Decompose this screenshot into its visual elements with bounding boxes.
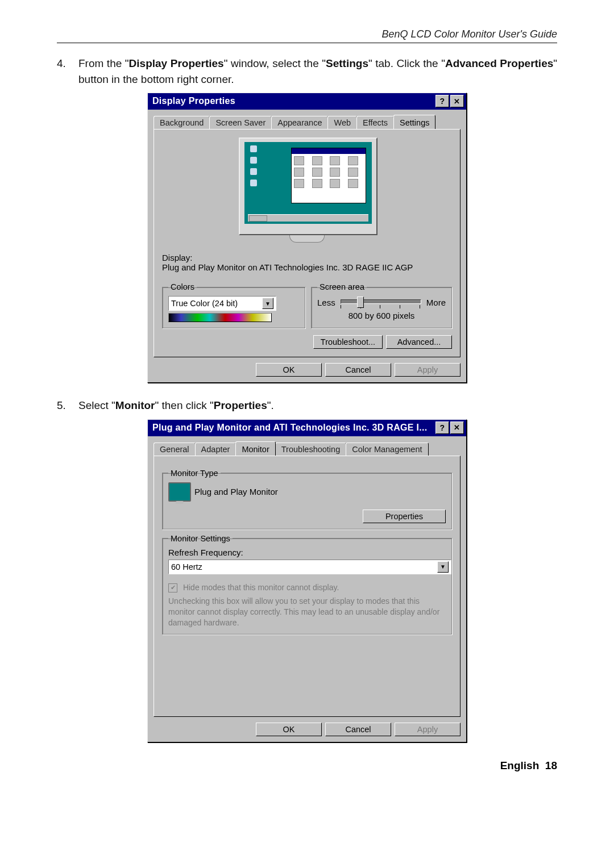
cancel-button[interactable]: Cancel <box>325 363 391 377</box>
slider-thumb-icon <box>357 297 364 308</box>
apply-button[interactable]: Apply <box>395 363 460 377</box>
step-number: 4. <box>57 56 78 72</box>
tab-background[interactable]: Background <box>154 116 210 130</box>
t-bold: Settings <box>326 57 368 69</box>
tab-general[interactable]: General <box>154 443 196 456</box>
close-button[interactable]: ✕ <box>450 422 464 434</box>
monitor-settings-legend: Monitor Settings <box>168 534 233 543</box>
screen-area-slider[interactable] <box>341 299 421 304</box>
ok-button[interactable]: OK <box>256 723 322 736</box>
hide-modes-row: ✔ Hide modes that this monitor cannot di… <box>168 582 446 593</box>
refresh-label: Refresh Frequency: <box>168 548 446 557</box>
step-text: From the "Display Properties" window, se… <box>78 56 557 87</box>
cancel-button[interactable]: Cancel <box>325 723 391 736</box>
monitor-name: Plug and Play Monitor <box>194 487 278 496</box>
tab-settings[interactable]: Settings <box>393 115 435 131</box>
monitor-screen-icon <box>239 137 377 235</box>
settings-panel: Display: Plug and Play Monitor on ATI Te… <box>154 129 460 357</box>
step-number: 5. <box>57 398 78 414</box>
chevron-down-icon: ▼ <box>437 561 449 573</box>
step-5: 5. Select "Monitor" then click "Properti… <box>57 398 557 414</box>
t-bold: Advanced Properties <box>445 57 553 69</box>
t: ". <box>267 399 274 411</box>
monitor-type-legend: Monitor Type <box>168 469 221 478</box>
help-button[interactable]: ? <box>435 95 449 107</box>
step-4: 4. From the "Display Properties" window,… <box>57 56 557 87</box>
t-bold: Monitor <box>115 399 155 411</box>
ok-button[interactable]: OK <box>256 363 322 377</box>
colors-value: True Color (24 bit) <box>171 299 238 308</box>
divider <box>57 43 557 43</box>
dialog-display-properties: Display Properties ? ✕ Background Screen… <box>147 93 467 383</box>
properties-button[interactable]: Properties <box>363 510 446 523</box>
less-label: Less <box>317 298 335 307</box>
tab-web[interactable]: Web <box>327 116 357 130</box>
colors-legend: Colors <box>168 282 197 291</box>
colors-combobox[interactable]: True Color (24 bit) ▼ <box>168 296 276 311</box>
tabstrip: General Adapter Monitor Troubleshooting … <box>154 441 460 456</box>
t-bold: Properties <box>214 399 267 411</box>
step-text: Select "Monitor" then click "Properties"… <box>78 398 557 414</box>
tab-effects[interactable]: Effects <box>356 116 394 130</box>
screenarea-legend: Screen area <box>317 282 367 291</box>
chevron-down-icon: ▼ <box>262 298 273 309</box>
monitor-panel: Monitor Type Plug and Play Monitor Prope… <box>154 456 460 717</box>
tab-screen-saver[interactable]: Screen Saver <box>209 116 272 130</box>
t: From the " <box>78 57 129 69</box>
hide-modes-label: Hide modes that this monitor cannot disp… <box>183 583 339 592</box>
window-title: Display Properties <box>152 96 434 106</box>
close-button[interactable]: ✕ <box>450 95 464 107</box>
t: " window, select the " <box>224 57 326 69</box>
more-label: More <box>426 298 446 307</box>
t-bold: Display Properties <box>129 57 224 69</box>
refresh-combobox[interactable]: 60 Hertz ▼ <box>168 560 451 574</box>
tabstrip: Background Screen Saver Appearance Web E… <box>154 115 460 130</box>
advanced-button[interactable]: Advanced... <box>386 335 452 349</box>
monitor-icon <box>168 482 191 502</box>
display-label: Display: <box>162 253 452 262</box>
dialog-monitor-properties: Plug and Play Monitor and ATI Technologi… <box>147 419 467 742</box>
tab-appearance[interactable]: Appearance <box>271 116 328 130</box>
tab-monitor[interactable]: Monitor <box>235 441 275 457</box>
footer-lang: English <box>500 760 540 771</box>
monitor-preview <box>162 137 452 243</box>
tab-color-management[interactable]: Color Management <box>346 443 428 456</box>
t: " then click " <box>155 399 214 411</box>
titlebar: Display Properties ? ✕ <box>148 93 466 110</box>
refresh-value: 60 Hertz <box>171 562 202 571</box>
tab-troubleshooting[interactable]: Troubleshooting <box>275 443 346 456</box>
tab-adapter[interactable]: Adapter <box>195 443 237 456</box>
display-value: Plug and Play Monitor on ATI Technologie… <box>162 262 452 272</box>
color-spectrum-icon <box>168 313 272 322</box>
hide-modes-hint: Unchecking this box will allow you to se… <box>168 596 446 628</box>
window-title: Plug and Play Monitor and ATI Technologi… <box>152 423 434 433</box>
resolution-value: 800 by 600 pixels <box>317 311 446 320</box>
hide-modes-checkbox[interactable]: ✔ <box>168 583 177 592</box>
help-button[interactable]: ? <box>435 422 449 434</box>
apply-button[interactable]: Apply <box>395 723 460 736</box>
footer-page: 18 <box>545 760 557 771</box>
troubleshoot-button[interactable]: Troubleshoot... <box>313 335 383 349</box>
page-footer: English 18 <box>57 760 557 772</box>
t: Select " <box>78 399 115 411</box>
doc-header: BenQ LCD Color Monitor User's Guide <box>57 28 557 43</box>
titlebar: Plug and Play Monitor and ATI Technologi… <box>148 420 466 436</box>
t: " tab. Click the " <box>368 57 445 69</box>
